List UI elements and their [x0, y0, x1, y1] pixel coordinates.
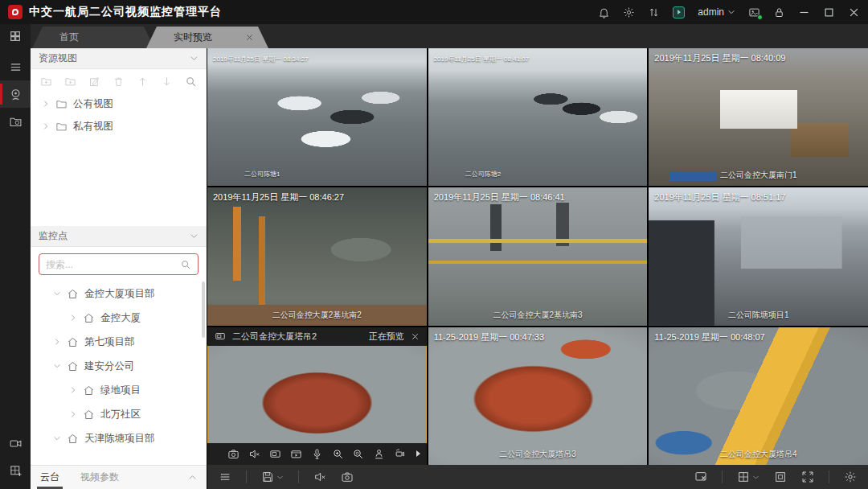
home-icon — [67, 360, 79, 372]
add-view-group-icon[interactable] — [40, 76, 52, 88]
video-cell-5[interactable]: 2019年11月25日 星期一 08:46:41 二公司金控大厦2基坑南3 — [428, 187, 648, 325]
chevron-icon[interactable] — [69, 410, 77, 418]
person-locate-icon[interactable] — [369, 448, 390, 460]
tree-item-jianan-branch[interactable]: 建安分公司 — [31, 354, 207, 378]
close-stream-icon[interactable] — [411, 332, 420, 341]
move-down-icon[interactable] — [161, 76, 173, 88]
video-cell-3[interactable]: 2019年11月25日 星期一 08:40:09 二公司金控大厦南门1 — [649, 48, 868, 186]
chevron-icon[interactable] — [53, 338, 61, 346]
video-cell-8[interactable]: 11-25-2019 星期一 00:47:33 二公司金控大厦塔吊3 — [428, 327, 648, 465]
tree-item-label: 绿地项目 — [100, 384, 141, 397]
close-all-icon[interactable] — [694, 471, 707, 483]
audio-muted-icon[interactable] — [313, 471, 326, 483]
video-cell-7-selected[interactable]: 二公司金控大厦塔吊2 正在预览 — [207, 327, 427, 465]
mic-icon[interactable] — [306, 448, 327, 460]
tree-item-private-views[interactable]: 私有视图 — [31, 115, 207, 138]
tab-live-preview[interactable]: 实时预览 — [146, 27, 268, 48]
video-cell-1[interactable]: 2019年11月25日 星期一 08:34:27 二公司陈塘1 — [207, 48, 427, 186]
tree-item-chentang[interactable]: 天津陈塘项目部 — [31, 426, 207, 450]
collapse-chevron-icon[interactable] — [190, 232, 199, 240]
video-wall-icon[interactable] — [0, 429, 31, 457]
more-arrow-icon[interactable] — [411, 450, 420, 457]
tree-item-greenland[interactable]: 绿地项目 — [31, 378, 207, 402]
video-window-icon[interactable] — [265, 448, 286, 460]
layout-grid-button[interactable] — [737, 471, 760, 483]
tab-home[interactable]: 首页 — [32, 27, 154, 48]
scrollbar[interactable] — [202, 281, 205, 338]
tree-item-jinkong-tower[interactable]: 金控大厦 — [31, 306, 207, 330]
video-cell-4[interactable]: 2019年11月25日 星期一 08:46:27 二公司金控大厦2基坑南2 — [207, 187, 427, 325]
chevron-icon[interactable] — [53, 362, 61, 370]
monitor-points-header[interactable]: 监控点 — [31, 226, 207, 247]
image-status-icon[interactable] — [748, 6, 760, 18]
home-icon — [67, 433, 79, 445]
video-cell-2[interactable]: 2019年11月25日 星期一 08:41:07 二公司陈塘2 — [428, 48, 648, 186]
tree-item-jinkong-hq[interactable]: 金控大厦项目部 — [31, 281, 207, 306]
chevron-icon[interactable] — [69, 386, 77, 394]
fullscreen-icon[interactable] — [801, 471, 814, 483]
resource-view-header[interactable]: 资源视图 — [31, 48, 207, 69]
tree-item-beiwan[interactable]: 北万社区 — [31, 402, 207, 426]
move-up-icon[interactable] — [137, 76, 149, 88]
menu-list-icon[interactable] — [0, 53, 31, 80]
edit-view-icon[interactable] — [88, 76, 100, 88]
ptz-control-icon[interactable] — [390, 448, 411, 460]
minimize-icon[interactable] — [798, 6, 810, 18]
camera-name-overlay: 二公司金控大厦2基坑南2 — [272, 310, 362, 321]
tab-video-params[interactable]: 视频参数 — [80, 466, 119, 489]
gear-icon[interactable] — [623, 6, 635, 18]
live-camera-icon[interactable] — [0, 80, 31, 108]
zoom-in-icon[interactable] — [327, 448, 348, 460]
search-input[interactable] — [46, 259, 175, 270]
add-view-icon[interactable] — [64, 76, 76, 88]
chevron-up-icon[interactable] — [188, 473, 197, 482]
maximize-icon[interactable] — [823, 6, 835, 18]
bell-icon[interactable] — [598, 6, 610, 18]
bottom-toolbar-right — [694, 471, 857, 483]
user-menu[interactable]: admin — [698, 6, 735, 18]
search-icon[interactable] — [180, 259, 191, 270]
save-layout-button[interactable] — [261, 471, 284, 483]
tab-ptz[interactable]: 云台 — [40, 466, 59, 489]
dashboard-grid-icon[interactable] — [0, 24, 31, 48]
close-icon[interactable] — [848, 6, 860, 18]
collapse-chevron-icon[interactable] — [190, 54, 199, 63]
media-folder-icon[interactable] — [0, 108, 31, 135]
swap-icon[interactable] — [648, 6, 660, 18]
chevron-right-icon[interactable] — [42, 100, 50, 108]
single-screen-icon[interactable] — [774, 471, 787, 483]
chevron-icon[interactable] — [53, 434, 61, 442]
chevron-icon[interactable] — [69, 314, 77, 322]
monitor-icon[interactable] — [673, 6, 685, 18]
camera-name-overlay: 二公司陈塘2 — [465, 170, 501, 179]
playback-icon[interactable] — [286, 448, 307, 460]
divider — [829, 471, 829, 483]
settings-icon[interactable] — [844, 471, 857, 483]
folder-icon — [55, 121, 68, 133]
bottom-toolbar-left — [219, 471, 354, 483]
video-cell-6[interactable]: 2019年11月25日 星期一 08:51:17 二公司陈塘项目1 — [649, 187, 868, 325]
tree-item-seventh-dept[interactable]: 第七项目部 — [31, 330, 207, 354]
tab-video-params-label: 视频参数 — [80, 471, 119, 484]
timestamp-overlay: 2019年11月25日 星期一 08:46:27 — [213, 191, 344, 203]
delete-view-icon[interactable] — [113, 76, 125, 88]
video-cell-9[interactable]: 11-25-2019 星期一 00:48:07 二公司金控大厦塔吊4 — [649, 327, 868, 465]
tab-close-icon[interactable] — [245, 33, 254, 42]
search-icon[interactable] — [185, 76, 197, 88]
chevron-right-icon[interactable] — [42, 122, 50, 130]
resource-view-title: 资源视图 — [39, 51, 77, 65]
add-layout-icon[interactable] — [0, 457, 31, 484]
tree-item-public-views[interactable]: 公有视图 — [31, 92, 207, 115]
folder-icon — [55, 98, 68, 110]
audio-muted-icon[interactable] — [244, 448, 265, 460]
chevron-icon[interactable] — [53, 290, 61, 298]
divider — [246, 471, 247, 483]
cell-header: 二公司金控大厦塔吊2 正在预览 — [207, 327, 427, 346]
snapshot-icon[interactable] — [223, 448, 244, 460]
timestamp-overlay: 11-25-2019 星期一 00:48:07 — [654, 331, 764, 343]
stream-mode-icon[interactable] — [219, 471, 231, 483]
timestamp-overlay: 2019年11月25日 星期一 08:40:09 — [654, 52, 785, 64]
snapshot-icon[interactable] — [341, 471, 354, 483]
zoom-3d-icon[interactable] — [348, 448, 369, 460]
lock-icon[interactable] — [773, 6, 785, 18]
